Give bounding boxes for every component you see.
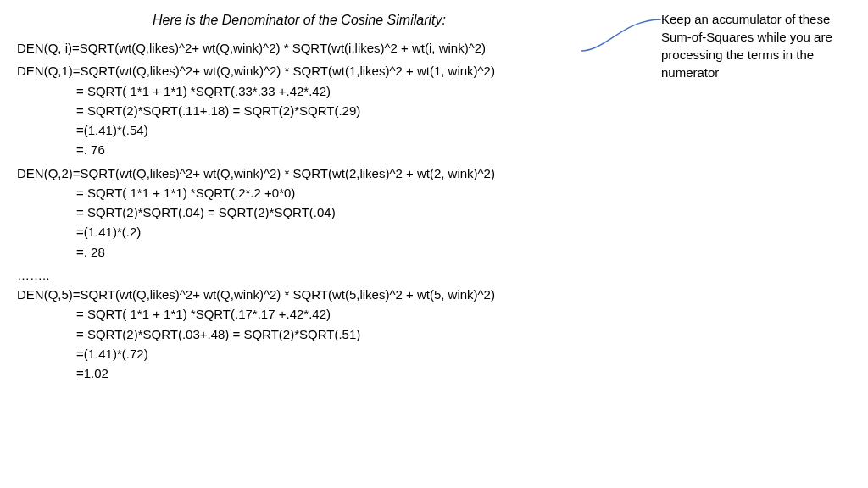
- den-q1-line4: =. 76: [76, 140, 851, 159]
- den-q1-line1: = SQRT( 1*1 + 1*1) *SQRT(.33*.33 +.42*.4…: [76, 81, 851, 101]
- den-q1-line2: = SQRT(2)*SQRT(.11+.18) = SQRT(2)*SQRT(.…: [76, 101, 851, 120]
- den-q2-line3: =(1.41)*(.2): [76, 222, 851, 241]
- den-q5-line2: = SQRT(2)*SQRT(.03+.48) = SQRT(2)*SQRT(.…: [76, 324, 851, 344]
- slide-content: Here is the Denominator of the Cosine Si…: [0, 0, 868, 396]
- den-q2-line0: DEN(Q,2)=SQRT(wt(Q,likes)^2+ wt(Q,wink)^…: [17, 164, 851, 183]
- den-q1-line3: =(1.41)*(.54): [76, 120, 851, 140]
- den-q5-block: DEN(Q,5)=SQRT(wt(Q,likes)^2+ wt(Q,wink)^…: [17, 285, 851, 383]
- main-content: DEN(Q, i)=SQRT(wt(Q,likes)^2+ wt(Q,wink)…: [17, 38, 851, 383]
- den-q5-line0: DEN(Q,5)=SQRT(wt(Q,likes)^2+ wt(Q,wink)^…: [17, 285, 851, 304]
- den-q2-line2: = SQRT(2)*SQRT(.04) = SQRT(2)*SQRT(.04): [76, 202, 851, 222]
- annotation-text: Keep an accumulator of these Sum-of-Squa…: [661, 10, 856, 81]
- ellipsis: ……..: [17, 265, 851, 285]
- den-q2-block: DEN(Q,2)=SQRT(wt(Q,likes)^2+ wt(Q,wink)^…: [17, 164, 851, 262]
- den-q5-line4: =1.02: [76, 363, 851, 383]
- den-q2-line1: = SQRT( 1*1 + 1*1) *SQRT(.2*.2 +0*0): [76, 183, 851, 202]
- den-q2-line4: =. 28: [76, 242, 851, 262]
- den-q5-line1: = SQRT( 1*1 + 1*1) *SQRT(.17*.17 +.42*.4…: [76, 304, 851, 324]
- den-q5-line3: =(1.41)*(.72): [76, 344, 851, 363]
